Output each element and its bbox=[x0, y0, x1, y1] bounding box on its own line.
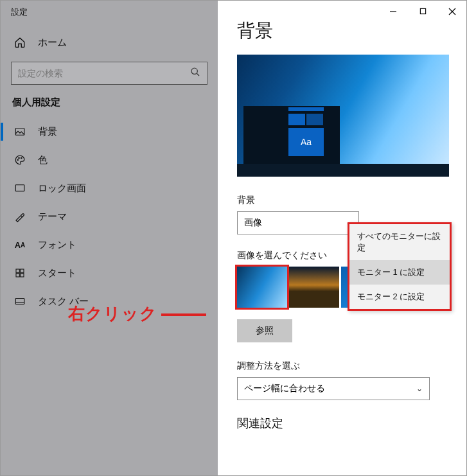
context-menu: すべてのモニターに設定 モニター 1 に設定 モニター 2 に設定 bbox=[348, 222, 452, 311]
svg-point-0 bbox=[191, 68, 197, 74]
related-settings-heading: 関連設定 bbox=[237, 416, 447, 431]
sidebar-item-lockscreen[interactable]: ロック画面 bbox=[1, 174, 207, 202]
home-nav[interactable]: ホーム bbox=[11, 30, 207, 55]
svg-rect-10 bbox=[15, 299, 24, 304]
dropdown-value: 画像 bbox=[244, 217, 262, 229]
svg-rect-6 bbox=[16, 269, 19, 272]
annotation-arrow bbox=[161, 313, 206, 316]
annotation-right-click: 右クリック bbox=[68, 303, 206, 325]
close-button[interactable] bbox=[437, 0, 467, 22]
svg-rect-1 bbox=[15, 128, 24, 136]
svg-rect-7 bbox=[21, 269, 24, 272]
nav-label: スタート bbox=[38, 267, 76, 279]
start-icon bbox=[13, 267, 26, 279]
sidebar-item-themes[interactable]: テーマ bbox=[1, 202, 207, 231]
search-box[interactable] bbox=[11, 62, 207, 85]
chevron-down-icon: ⌄ bbox=[416, 384, 423, 393]
nav-label: テーマ bbox=[38, 211, 67, 223]
background-preview: Aa bbox=[237, 55, 449, 177]
sidebar-item-colors[interactable]: 色 bbox=[1, 146, 207, 174]
titlebar-controls bbox=[378, 0, 467, 22]
nav-label: 色 bbox=[38, 154, 48, 166]
theme-icon bbox=[13, 210, 26, 223]
thumbnail-1[interactable] bbox=[237, 267, 287, 308]
fit-label: 調整方法を選ぶ bbox=[237, 360, 447, 372]
svg-point-2 bbox=[17, 159, 19, 161]
fit-dropdown[interactable]: ページ幅に合わせる ⌄ bbox=[237, 377, 430, 400]
preview-tile: Aa bbox=[288, 128, 324, 156]
thumbnail-2[interactable] bbox=[289, 267, 339, 308]
dropdown-value: ページ幅に合わせる bbox=[244, 383, 325, 394]
ctx-set-monitor-2[interactable]: モニター 2 に設定 bbox=[349, 285, 450, 309]
picture-icon bbox=[13, 125, 26, 138]
svg-point-4 bbox=[21, 157, 22, 159]
nav-label: ロック画面 bbox=[38, 182, 86, 195]
nav-label: 背景 bbox=[38, 126, 57, 138]
search-input[interactable] bbox=[18, 68, 173, 78]
svg-point-3 bbox=[19, 157, 20, 159]
browse-button[interactable]: 参照 bbox=[237, 319, 292, 342]
maximize-button[interactable] bbox=[408, 0, 437, 22]
search-icon bbox=[190, 67, 200, 80]
section-title: 個人用設定 bbox=[12, 96, 207, 109]
palette-icon bbox=[13, 154, 26, 166]
minimize-button[interactable] bbox=[378, 0, 408, 22]
sidebar-content: ホーム 個人用設定 背景 色 bbox=[1, 23, 218, 315]
svg-rect-9 bbox=[21, 274, 24, 277]
sidebar-item-fonts[interactable]: AA フォント bbox=[1, 231, 207, 259]
lock-screen-icon bbox=[13, 182, 26, 195]
ctx-set-all-monitors[interactable]: すべてのモニターに設定 bbox=[349, 224, 450, 260]
sidebar-item-start[interactable]: スタート bbox=[1, 259, 207, 287]
home-icon bbox=[13, 36, 26, 49]
taskbar-icon bbox=[13, 295, 26, 308]
window-title: 設定 bbox=[1, 1, 218, 23]
ctx-set-monitor-1[interactable]: モニター 1 に設定 bbox=[349, 260, 450, 285]
font-icon: AA bbox=[13, 238, 26, 251]
sidebar: 設定 ホーム 個人用設定 背景 bbox=[1, 1, 218, 475]
sidebar-item-background[interactable]: 背景 bbox=[1, 118, 207, 146]
nav-label: フォント bbox=[38, 239, 76, 251]
svg-rect-11 bbox=[420, 8, 425, 13]
background-type-dropdown[interactable]: 画像 ⌄ bbox=[237, 211, 359, 234]
svg-rect-5 bbox=[15, 185, 24, 191]
background-type-label: 背景 bbox=[237, 195, 447, 206]
svg-rect-8 bbox=[16, 274, 19, 277]
home-label: ホーム bbox=[38, 37, 67, 49]
